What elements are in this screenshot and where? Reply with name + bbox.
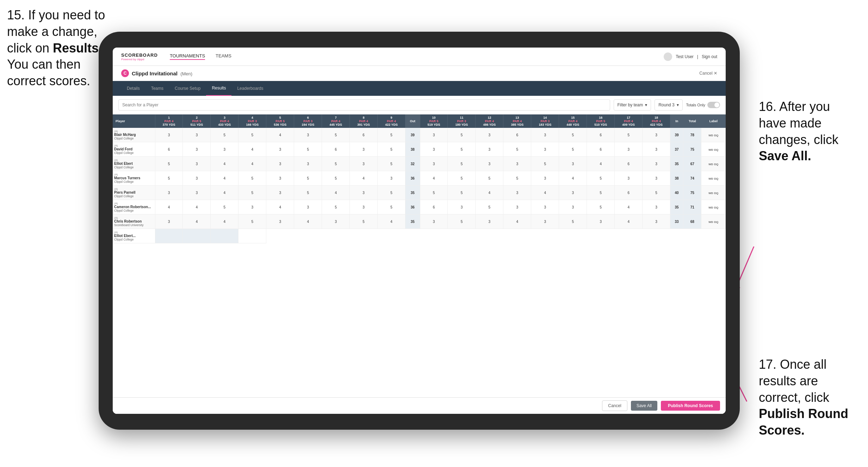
publish-button[interactable]: Publish Round Scores	[661, 401, 720, 411]
score-h13[interactable]: 4	[503, 214, 531, 229]
score-h5[interactable]: 3	[266, 186, 294, 200]
score-h7[interactable]: 5	[322, 157, 350, 171]
score-h8[interactable]: 3	[350, 157, 378, 171]
score-h1[interactable]: 3	[155, 186, 183, 200]
score-h9[interactable]: 5	[378, 128, 405, 142]
score-h15[interactable]: 3	[559, 157, 587, 171]
score-h7[interactable]: 3	[322, 214, 350, 229]
round-dropdown[interactable]: Round 3 ▾	[655, 99, 682, 111]
sign-out-link[interactable]: Sign out	[702, 54, 717, 59]
score-h12[interactable]: 3	[476, 214, 503, 229]
save-all-button[interactable]: Save All	[631, 401, 657, 411]
score-h5[interactable]: 3	[266, 214, 294, 229]
score-h13[interactable]: 5	[503, 142, 531, 157]
score-h7[interactable]: 6	[322, 142, 350, 157]
tab-teams[interactable]: Teams	[145, 81, 169, 96]
score-h13[interactable]: 6	[503, 128, 531, 142]
score-h8[interactable]: 5	[350, 214, 378, 229]
score-h9[interactable]: 5	[378, 142, 405, 157]
score-h6[interactable]: 3	[294, 157, 322, 171]
score-h4[interactable]: 4	[238, 142, 266, 157]
score-h4[interactable]: 5	[238, 171, 266, 186]
score-h2[interactable]: 3	[183, 128, 211, 142]
score-h9[interactable]: 3	[378, 171, 405, 186]
score-h13[interactable]: 5	[503, 171, 531, 186]
label-wd[interactable]: WD	[708, 134, 713, 137]
score-h15[interactable]: 3	[559, 186, 587, 200]
score-h2[interactable]: 4	[183, 214, 211, 229]
score-h14[interactable]: 4	[531, 186, 559, 200]
score-h17[interactable]: 4	[615, 214, 643, 229]
tab-results[interactable]: Results	[206, 81, 231, 96]
score-h1[interactable]: 3	[155, 214, 183, 229]
score-h14[interactable]: 5	[531, 157, 559, 171]
score-h12[interactable]: 3	[476, 128, 503, 142]
score-h16[interactable]: 5	[587, 186, 615, 200]
score-h15[interactable]: 5	[559, 214, 587, 229]
label-wd[interactable]: WD	[708, 192, 713, 195]
score-h3[interactable]: 5	[211, 128, 238, 142]
label-dq[interactable]: DQ	[714, 148, 718, 151]
score-h3[interactable]: 4	[211, 214, 238, 229]
score-h16[interactable]: 6	[587, 142, 615, 157]
score-h10[interactable]: 4	[420, 171, 448, 186]
score-h11[interactable]: 5	[448, 186, 476, 200]
score-h5[interactable]: 4	[266, 128, 294, 142]
score-h18[interactable]: 3	[643, 157, 670, 171]
score-h15[interactable]: 5	[559, 142, 587, 157]
score-h10[interactable]: 3	[420, 128, 448, 142]
score-h16[interactable]: 5	[587, 200, 615, 214]
score-h9[interactable]: 5	[378, 157, 405, 171]
score-h8[interactable]: 3	[350, 200, 378, 214]
score-h14[interactable]: 3	[531, 128, 559, 142]
score-h1[interactable]: 4	[155, 200, 183, 214]
score-h7[interactable]: 5	[322, 171, 350, 186]
score-h17[interactable]: 5	[615, 128, 643, 142]
score-h9[interactable]: 4	[378, 214, 405, 229]
score-h18[interactable]: 3	[643, 214, 670, 229]
score-h4[interactable]: 5	[238, 214, 266, 229]
label-dq[interactable]: DQ	[714, 206, 718, 209]
score-h6[interactable]: 5	[294, 171, 322, 186]
score-h13[interactable]: 3	[503, 186, 531, 200]
score-h4[interactable]: 5	[238, 186, 266, 200]
score-h17[interactable]: 6	[615, 186, 643, 200]
score-h1[interactable]: 6	[155, 142, 183, 157]
score-h7[interactable]: 5	[322, 200, 350, 214]
score-h18[interactable]: 5	[643, 186, 670, 200]
score-h14[interactable]: 3	[531, 214, 559, 229]
score-h5[interactable]: 3	[266, 157, 294, 171]
tab-leaderboards[interactable]: Leaderboards	[231, 81, 269, 96]
score-h11[interactable]: 5	[448, 171, 476, 186]
score-h7[interactable]: 4	[322, 186, 350, 200]
score-h12[interactable]: 3	[476, 142, 503, 157]
score-h6[interactable]: 5	[294, 186, 322, 200]
score-h15[interactable]: 5	[559, 128, 587, 142]
score-h10[interactable]: 3	[420, 157, 448, 171]
tab-course-setup[interactable]: Course Setup	[169, 81, 206, 96]
score-h5[interactable]: 3	[266, 142, 294, 157]
totals-only-toggle[interactable]	[707, 102, 720, 108]
score-h6[interactable]: 3	[294, 128, 322, 142]
score-h17[interactable]: 3	[615, 171, 643, 186]
score-h17[interactable]: 4	[615, 200, 643, 214]
score-h2[interactable]: 3	[183, 142, 211, 157]
score-h14[interactable]: 3	[531, 171, 559, 186]
search-input[interactable]	[118, 99, 610, 111]
score-h3[interactable]: 4	[211, 171, 238, 186]
score-h17[interactable]: 3	[615, 142, 643, 157]
label-dq[interactable]: DQ	[714, 134, 718, 137]
tab-details[interactable]: Details	[121, 81, 145, 96]
score-h4[interactable]: 4	[238, 157, 266, 171]
score-h10[interactable]: 6	[420, 200, 448, 214]
score-h14[interactable]: 3	[531, 200, 559, 214]
score-h6[interactable]: 5	[294, 142, 322, 157]
cancel-tournament-button[interactable]: Cancel ✕	[699, 71, 717, 76]
nav-tournaments[interactable]: TOURNAMENTS	[170, 53, 205, 60]
label-wd[interactable]: WD	[708, 177, 713, 180]
score-h2[interactable]: 3	[183, 186, 211, 200]
label-wd[interactable]: WD	[708, 206, 713, 209]
score-h12[interactable]: 3	[476, 157, 503, 171]
score-h11[interactable]: 3	[448, 200, 476, 214]
label-wd[interactable]: WD	[708, 220, 713, 224]
